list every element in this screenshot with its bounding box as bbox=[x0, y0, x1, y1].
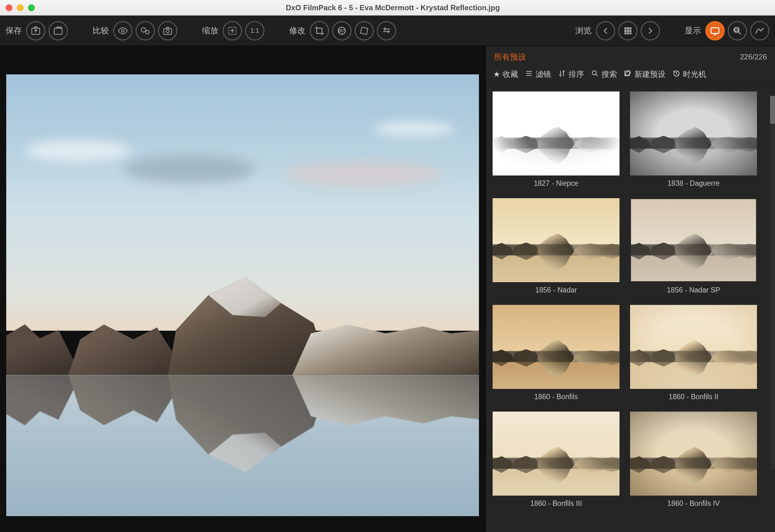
svg-rect-14 bbox=[627, 30, 629, 32]
snapshot-button[interactable] bbox=[158, 21, 177, 40]
image-viewer[interactable] bbox=[0, 46, 485, 532]
straighten-button[interactable] bbox=[354, 21, 374, 40]
time-machine-button[interactable]: 时光机 bbox=[672, 69, 706, 79]
scrollbar-thumb[interactable] bbox=[770, 96, 775, 124]
save-as-button[interactable] bbox=[26, 21, 45, 40]
preset-thumbnail bbox=[493, 91, 620, 175]
svg-point-4 bbox=[145, 30, 149, 34]
main-toolbar: 保存 比较 缩放 1:1 修改 90° 浏览 显示 bbox=[0, 16, 775, 46]
compare-preview-button[interactable] bbox=[113, 21, 132, 40]
window-titlebar: DxO FilmPack 6 - 5 - Eva McDermott - Kry… bbox=[0, 0, 775, 16]
preset-filters: ★ 收藏 滤镜 排序 搜索 新建预设 时光机 bbox=[486, 65, 775, 85]
close-button[interactable] bbox=[6, 4, 12, 11]
preset-bonfils[interactable]: 1860 - Bonfils bbox=[493, 305, 620, 406]
presets-panel: 所有预设 226/226 ★ 收藏 滤镜 排序 搜索 新建预设 bbox=[485, 46, 775, 532]
preset-bonfils2[interactable]: 1860 - Bonfils II bbox=[630, 305, 757, 406]
prev-image-button[interactable] bbox=[596, 21, 615, 40]
history-icon bbox=[672, 69, 680, 79]
show-presets-button[interactable] bbox=[705, 21, 725, 40]
svg-rect-16 bbox=[625, 32, 627, 34]
preview-image bbox=[6, 74, 479, 516]
preset-label: 1860 - Bonfils III bbox=[493, 496, 620, 513]
edit-label: 修改 bbox=[289, 25, 305, 36]
preset-label: 1856 - Nadar bbox=[493, 282, 620, 299]
export-button[interactable] bbox=[48, 21, 68, 40]
preset-label: 1860 - Bonfils bbox=[493, 389, 620, 406]
search-button[interactable]: 搜索 bbox=[591, 69, 617, 79]
svg-rect-15 bbox=[630, 30, 632, 32]
show-histogram-button[interactable] bbox=[750, 21, 769, 40]
svg-point-6 bbox=[166, 30, 169, 33]
preset-nadar[interactable]: 1856 - Nadar bbox=[493, 198, 620, 299]
svg-point-3 bbox=[141, 28, 145, 32]
preset-label: 1860 - Bonfils IV bbox=[630, 496, 757, 513]
svg-rect-12 bbox=[630, 27, 632, 29]
new-preset-button[interactable]: 新建预设 bbox=[624, 69, 666, 79]
favorites-filter[interactable]: ★ 收藏 bbox=[493, 69, 518, 79]
edit-icon bbox=[624, 69, 632, 79]
show-loupe-button[interactable] bbox=[728, 21, 747, 40]
window-title: DxO FilmPack 6 - 5 - Eva McDermott - Kry… bbox=[35, 3, 751, 12]
show-label: 显示 bbox=[685, 25, 701, 36]
maximize-button[interactable] bbox=[28, 4, 35, 11]
window-controls bbox=[6, 4, 35, 11]
preset-thumbnail bbox=[493, 305, 620, 389]
sort-icon bbox=[558, 69, 566, 79]
preset-thumbnail bbox=[630, 198, 757, 282]
sort-button[interactable]: 排序 bbox=[558, 69, 584, 79]
svg-rect-18 bbox=[630, 32, 632, 34]
preset-daguerre[interactable]: 1838 - Daguerre bbox=[630, 91, 757, 192]
zoom-fit-button[interactable] bbox=[223, 21, 242, 40]
preset-nadarsp[interactable]: 1856 - Nadar SP bbox=[630, 198, 757, 299]
filter-button[interactable]: 滤镜 bbox=[525, 69, 551, 79]
star-icon: ★ bbox=[493, 70, 500, 79]
preset-bonfils3[interactable]: 1860 - Bonfils III bbox=[493, 412, 620, 513]
preset-label: 1827 - Niepce bbox=[493, 175, 620, 192]
browse-label: 浏览 bbox=[575, 25, 592, 36]
panel-scrollbar[interactable] bbox=[770, 96, 775, 469]
preset-niepce[interactable]: 1827 - Niepce bbox=[493, 91, 620, 192]
svg-rect-10 bbox=[625, 27, 627, 29]
rotate-button[interactable]: 90° bbox=[332, 21, 351, 40]
save-label: 保存 bbox=[6, 25, 22, 36]
preset-thumbnail bbox=[630, 91, 757, 175]
svg-rect-13 bbox=[625, 30, 627, 32]
svg-point-22 bbox=[592, 71, 596, 75]
compare-label: 比较 bbox=[93, 25, 109, 36]
svg-point-2 bbox=[122, 29, 124, 32]
grid-view-button[interactable] bbox=[618, 21, 638, 40]
svg-rect-19 bbox=[711, 28, 719, 33]
next-image-button[interactable] bbox=[641, 21, 660, 40]
svg-rect-21 bbox=[735, 29, 738, 31]
preset-bonfils4[interactable]: 1860 - Bonfils IV bbox=[630, 412, 757, 513]
preset-thumbnail bbox=[630, 412, 757, 496]
zoom-1to1-button[interactable]: 1:1 bbox=[245, 21, 264, 40]
preset-grid: 1827 - Niepce1838 - Daguerre1856 - Nadar… bbox=[486, 85, 775, 532]
preset-thumbnail bbox=[493, 412, 620, 496]
compare-side-button[interactable] bbox=[136, 21, 155, 40]
panel-title: 所有预设 bbox=[494, 52, 526, 62]
preset-label: 1860 - Bonfils II bbox=[630, 389, 757, 406]
svg-rect-11 bbox=[627, 27, 629, 29]
preset-count: 226/226 bbox=[740, 53, 767, 61]
preset-label: 1856 - Nadar SP bbox=[630, 282, 757, 299]
svg-rect-9 bbox=[360, 27, 368, 35]
svg-rect-17 bbox=[627, 32, 629, 34]
search-icon bbox=[591, 69, 599, 79]
preset-thumbnail bbox=[630, 305, 757, 389]
adjustments-button[interactable] bbox=[377, 21, 396, 40]
list-icon bbox=[525, 69, 533, 79]
minimize-button[interactable] bbox=[17, 4, 24, 11]
svg-rect-1 bbox=[54, 28, 62, 34]
zoom-label: 缩放 bbox=[202, 25, 218, 36]
preset-label: 1838 - Daguerre bbox=[630, 175, 757, 192]
preset-thumbnail bbox=[493, 198, 620, 282]
crop-button[interactable] bbox=[310, 21, 329, 40]
